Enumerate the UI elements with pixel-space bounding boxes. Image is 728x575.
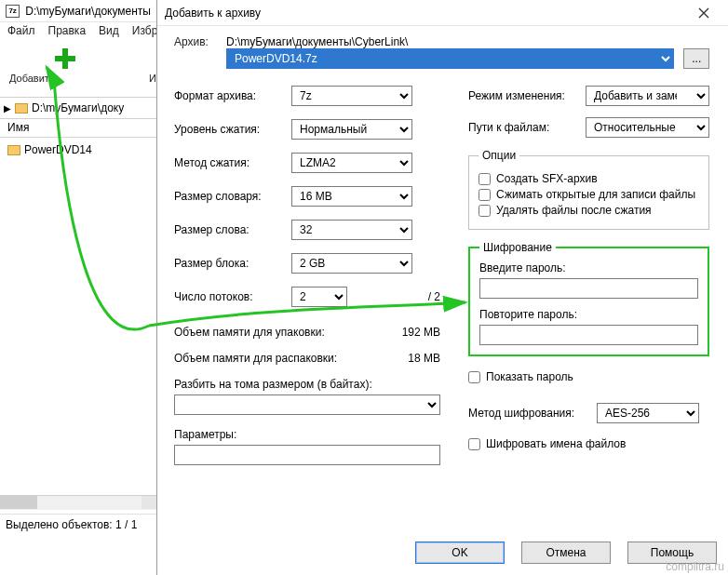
menu-file[interactable]: Файл <box>7 24 35 39</box>
ok-button[interactable]: OK <box>415 542 505 564</box>
opt-del-checkbox[interactable] <box>479 205 491 217</box>
encrypt-names-checkbox[interactable] <box>468 438 480 450</box>
mem-unpack-value: 18 MB <box>408 352 440 365</box>
enc-method-select[interactable]: AES-256 <box>597 403 699 423</box>
paths-select[interactable]: Относительные пути <box>586 117 709 138</box>
fm-menu[interactable]: Файл Правка Вид Избр <box>0 22 156 41</box>
folder-icon <box>7 145 20 155</box>
add-button[interactable]: Добавить <box>9 47 121 95</box>
dlg-title-text: Добавить к архиву <box>165 7 261 20</box>
password-repeat-input[interactable] <box>479 325 698 345</box>
block-label: Размер блока: <box>174 257 286 270</box>
plus-icon <box>53 47 77 71</box>
archive-file-select[interactable]: PowerDVD14.7z <box>226 48 674 69</box>
folder-icon <box>15 103 28 114</box>
show-password[interactable]: Показать пароль <box>468 370 709 383</box>
split-label: Разбить на тома размером (в байтах): <box>174 378 440 391</box>
scroll-thumb[interactable] <box>0 496 37 509</box>
enc-method-label: Метод шифрования: <box>468 407 589 420</box>
mode-label: Режим изменения: <box>468 89 580 102</box>
encryption-legend: Шифрование <box>479 241 556 254</box>
options-group: Опции Создать SFX-архив Сжимать открытые… <box>468 149 709 230</box>
block-select[interactable]: 2 GB <box>291 253 412 274</box>
format-select[interactable]: 7z <box>291 86 412 106</box>
fm-file-list[interactable]: PowerDVD14 <box>0 138 156 162</box>
cancel-button[interactable]: Отмена <box>521 542 611 564</box>
pw1-label: Введите пароль: <box>479 261 698 274</box>
level-label: Уровень сжатия: <box>174 123 286 136</box>
list-item[interactable]: PowerDVD14 <box>7 143 149 156</box>
mem-pack-value: 192 MB <box>402 326 440 339</box>
item-name: PowerDVD14 <box>24 143 92 156</box>
opt-sfx[interactable]: Создать SFX-архив <box>479 172 699 185</box>
options-legend: Опции <box>479 149 519 162</box>
pw2-label: Повторите пароль: <box>479 308 698 321</box>
mem-unpack-label: Объем памяти для распаковки: <box>174 352 337 365</box>
dict-label: Размер словаря: <box>174 190 286 203</box>
opt-del[interactable]: Удалять файлы после сжатия <box>479 204 699 217</box>
format-label: Формат архива: <box>174 89 286 102</box>
threads-label: Число потоков: <box>174 290 286 303</box>
paths-label: Пути к файлам: <box>468 121 580 134</box>
encryption-group: Шифрование Введите пароль: Повторите пар… <box>468 241 709 356</box>
mem-pack-label: Объем памяти для упаковки: <box>174 326 325 339</box>
fm-scrollbar[interactable] <box>0 495 156 510</box>
archive-path-text: D:\myБумаги\документы\CyberLink\ <box>226 35 408 48</box>
fm-titlebar: 7z D:\myБумаги\документы <box>0 0 156 22</box>
fm-toolbar: Добавить Извлечь <box>0 41 156 97</box>
archive-label: Архив: <box>174 35 226 48</box>
scroll-right-icon[interactable] <box>142 496 156 509</box>
dict-select[interactable]: 16 MB <box>291 186 412 207</box>
method-select[interactable]: LZMA2 <box>291 153 412 173</box>
mode-select[interactable]: Добавить и заменить <box>586 86 709 106</box>
word-select[interactable]: 32 <box>291 220 412 240</box>
watermark: complitra.ru <box>666 560 724 573</box>
encrypt-names[interactable]: Шифровать имена файлов <box>468 437 709 450</box>
show-password-checkbox[interactable] <box>468 371 480 383</box>
word-label: Размер слова: <box>174 223 286 236</box>
level-select[interactable]: Нормальный <box>291 119 412 140</box>
threads-max: / 2 <box>428 290 440 303</box>
add-to-archive-dialog: Добавить к архиву Архив: D:\myБумаги\док… <box>156 0 728 575</box>
password-input[interactable] <box>479 278 698 299</box>
app-icon-7z: 7z <box>6 5 20 18</box>
close-icon <box>698 7 709 19</box>
opt-open-checkbox[interactable] <box>479 189 491 201</box>
fm-title-text: D:\myБумаги\документы <box>25 5 151 18</box>
file-manager-window: 7z D:\myБумаги\документы Файл Правка Вид… <box>0 0 156 575</box>
fm-path-bar[interactable]: ▶ D:\myБумаги\доку <box>0 97 156 119</box>
params-input[interactable] <box>174 445 440 465</box>
close-button[interactable] <box>687 2 721 24</box>
add-label: Добавить <box>9 73 121 84</box>
menu-edit[interactable]: Правка <box>48 24 87 39</box>
params-label: Параметры: <box>174 428 440 441</box>
fm-path-text: D:\myБумаги\доку <box>32 101 124 114</box>
opt-open[interactable]: Сжимать открытые для записи файлы <box>479 188 699 201</box>
split-select[interactable] <box>174 394 440 415</box>
opt-sfx-checkbox[interactable] <box>479 173 491 185</box>
method-label: Метод сжатия: <box>174 156 286 169</box>
dlg-titlebar[interactable]: Добавить к архиву <box>157 0 728 26</box>
menu-view[interactable]: Вид <box>99 24 119 39</box>
fm-column-header[interactable]: Имя <box>0 119 156 138</box>
path-arrow-icon[interactable]: ▶ <box>4 103 11 114</box>
browse-button[interactable]: ... <box>683 48 709 69</box>
menu-fav[interactable]: Избр <box>132 24 158 39</box>
threads-select[interactable]: 2 <box>291 287 347 307</box>
fm-status-bar: Выделено объектов: 1 / 1 <box>0 514 156 534</box>
